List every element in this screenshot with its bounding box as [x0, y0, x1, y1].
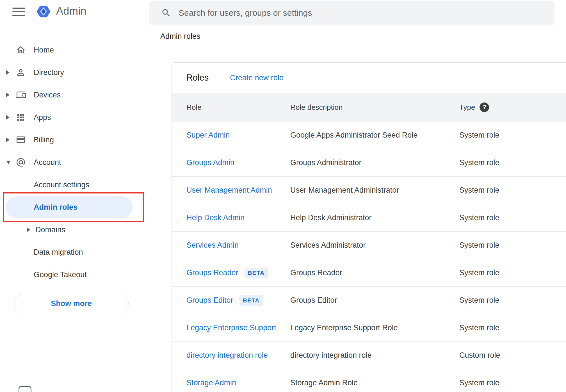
- role-type: System role: [459, 186, 566, 195]
- role-cell: Groups Admin: [186, 158, 290, 167]
- role-type: Custom role: [459, 351, 566, 360]
- sidebar-item-apps[interactable]: Apps: [0, 106, 145, 129]
- role-type: System role: [459, 158, 566, 167]
- role-link[interactable]: Legacy Enterprise Support: [186, 323, 276, 332]
- sidebar-item-account[interactable]: Account: [0, 151, 145, 174]
- role-description: Help Desk Administrator: [290, 213, 459, 222]
- role-type: System role: [459, 131, 566, 140]
- sidebar-item-data-migration[interactable]: Data migration: [0, 241, 145, 263]
- sidebar-item-label: Data migration: [34, 248, 83, 257]
- sidebar-item-home[interactable]: Home: [0, 39, 145, 61]
- chevron-right-icon[interactable]: [27, 227, 30, 232]
- sidebar-item-domains[interactable]: Domains: [0, 218, 145, 241]
- chevron-right-icon[interactable]: [6, 115, 10, 120]
- search-icon: [161, 8, 171, 18]
- sidebar-item-label: Account: [34, 158, 61, 167]
- sidebar-item-account-settings[interactable]: Account settings: [0, 174, 145, 196]
- role-link[interactable]: Storage Admin: [186, 379, 236, 387]
- roles-card-header: Roles Create new role: [172, 63, 566, 93]
- role-type: System role: [459, 241, 566, 250]
- column-header-label: Type: [459, 103, 475, 112]
- table-row: Groups EditorBETAGroups EditorSystem rol…: [172, 287, 566, 314]
- chevron-right-icon[interactable]: [6, 93, 10, 97]
- beta-badge: BETA: [239, 295, 263, 306]
- sidebar-item-label: Devices: [34, 91, 61, 99]
- roles-card: Roles Create new role RoleRole descripti…: [172, 62, 566, 392]
- role-cell: Legacy Enterprise Support: [186, 323, 290, 332]
- role-description: Services Administrator: [290, 241, 459, 250]
- role-description: Legacy Enterprise Support Role: [290, 323, 459, 332]
- role-link[interactable]: Groups Reader: [186, 268, 238, 277]
- sidebar-header: Admin: [0, 0, 145, 25]
- role-cell: User Management Admin: [186, 186, 290, 195]
- app-title: Admin: [56, 5, 86, 17]
- at-icon: [16, 157, 26, 167]
- role-cell: Super Admin: [186, 131, 290, 140]
- column-header-type: Type?: [459, 102, 566, 112]
- menu-icon[interactable]: [12, 8, 25, 16]
- home-icon: [16, 45, 26, 55]
- admin-logo-icon: [35, 3, 52, 20]
- role-description: User Management Administrator: [290, 186, 459, 195]
- table-row: Help Desk AdminHelp Desk AdministratorSy…: [172, 204, 566, 232]
- sidebar-item-google-takeout[interactable]: Google Takeout: [0, 263, 145, 286]
- role-link[interactable]: Services Admin: [186, 241, 239, 250]
- breadcrumb-bar: Admin roles: [145, 25, 566, 48]
- role-type: System role: [459, 296, 566, 305]
- sidebar-item-directory[interactable]: Directory: [0, 61, 145, 84]
- billing-icon: [16, 135, 26, 145]
- roles-table-header: RoleRole descriptionType?: [172, 93, 566, 122]
- breadcrumb: Admin roles: [160, 32, 200, 41]
- create-new-role-link[interactable]: Create new role: [230, 74, 284, 82]
- sidebar-item-label: Billing: [34, 136, 54, 144]
- role-link[interactable]: Super Admin: [186, 131, 230, 140]
- table-row: Storage AdminStorage Admin RoleSystem ro…: [172, 369, 566, 392]
- sidebar-item-label: Account settings: [34, 181, 89, 189]
- role-description: Groups Reader: [290, 268, 459, 277]
- apps-icon: [16, 112, 26, 122]
- role-description: Storage Admin Role: [290, 379, 459, 387]
- role-link[interactable]: directory integration role: [186, 351, 268, 360]
- table-row: Legacy Enterprise SupportLegacy Enterpri…: [172, 314, 566, 342]
- role-link[interactable]: Groups Admin: [186, 158, 234, 167]
- chevron-right-icon[interactable]: [6, 138, 10, 142]
- table-row: User Management AdminUser Management Adm…: [172, 177, 566, 204]
- role-cell: Help Desk Admin: [186, 213, 290, 222]
- role-description: Groups Administrator: [290, 158, 459, 167]
- main-content: Admin roles Roles Create new role RoleRo…: [145, 0, 566, 392]
- chevron-down-icon[interactable]: [6, 161, 11, 164]
- role-type: System role: [459, 268, 566, 277]
- role-cell: directory integration role: [186, 351, 290, 360]
- table-row: Super AdminGoogle Apps Administrator See…: [172, 122, 566, 149]
- sidebar-item-label: Domains: [35, 225, 65, 234]
- role-type: System role: [459, 323, 566, 332]
- table-row: Groups ReaderBETAGroups ReaderSystem rol…: [172, 259, 566, 287]
- sidebar-item-label: Directory: [34, 68, 64, 77]
- beta-badge: BETA: [245, 268, 268, 278]
- role-description: Groups Editor: [290, 296, 459, 305]
- sidebar-item-admin-roles[interactable]: Admin roles: [0, 196, 145, 218]
- feedback-icon[interactable]: [19, 386, 31, 392]
- table-row: directory integration roledirectory inte…: [172, 342, 566, 369]
- table-row: Services AdminServices AdministratorSyst…: [172, 232, 566, 259]
- show-more-button[interactable]: Show more: [14, 294, 129, 313]
- sidebar-item-billing[interactable]: Billing: [0, 129, 145, 151]
- help-icon[interactable]: ?: [480, 102, 489, 112]
- column-header-label: Role description: [290, 103, 343, 111]
- role-description: Google Apps Administrator Seed Role: [290, 131, 459, 140]
- sidebar-item-devices[interactable]: Devices: [0, 84, 145, 106]
- search-bar[interactable]: [149, 1, 554, 25]
- sidebar-item-label: Home: [34, 46, 54, 54]
- role-link[interactable]: User Management Admin: [186, 186, 272, 195]
- role-type: System role: [459, 213, 566, 222]
- search-input[interactable]: [179, 8, 554, 18]
- role-link[interactable]: Groups Editor: [186, 296, 233, 305]
- column-header-label: Role: [186, 103, 201, 111]
- chevron-right-icon[interactable]: [6, 70, 10, 75]
- sidebar-item-label: Admin roles: [34, 203, 77, 212]
- devices-icon: [16, 90, 26, 100]
- role-link[interactable]: Help Desk Admin: [186, 213, 245, 222]
- sidebar-item-label: Apps: [34, 113, 51, 122]
- column-header-role-description: Role description: [290, 103, 459, 112]
- role-cell: Groups EditorBETA: [186, 295, 290, 306]
